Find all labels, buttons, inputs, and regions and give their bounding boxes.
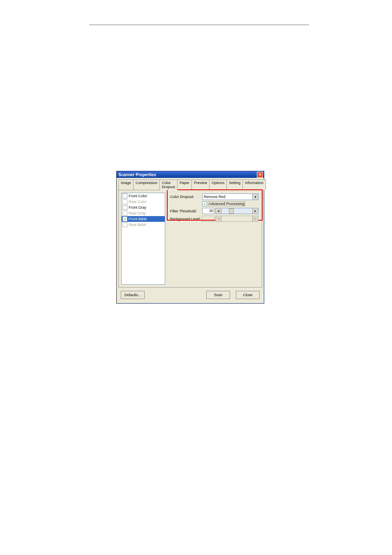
title-bar[interactable]: Scanner Properties ✕ bbox=[117, 171, 264, 178]
checkbox bbox=[122, 211, 127, 216]
window-title: Scanner Properties bbox=[118, 173, 156, 177]
checkbox[interactable] bbox=[122, 216, 127, 221]
color-dropout-label: Color Dropout: bbox=[170, 195, 202, 199]
close-button[interactable]: Close bbox=[236, 291, 260, 299]
background-level-slider: ◄ ► bbox=[215, 216, 258, 222]
select-value: Remove Red bbox=[204, 195, 226, 199]
filter-threshold-value: 20 bbox=[202, 208, 214, 214]
background-level-value bbox=[202, 216, 214, 222]
tab-options[interactable]: Options bbox=[209, 180, 227, 190]
image-selection-list: Front Color Rear Color Front Gray Rear G… bbox=[121, 193, 165, 285]
close-icon[interactable]: ✕ bbox=[257, 172, 263, 178]
checkbox bbox=[122, 222, 127, 227]
tab-color-dropout[interactable]: Color Dropout bbox=[159, 180, 178, 190]
checkbox bbox=[122, 199, 127, 204]
arrow-right-icon[interactable]: ► bbox=[252, 208, 258, 214]
scanner-properties-dialog: Scanner Properties ✕ Image Compression C… bbox=[116, 171, 264, 304]
filter-threshold-label: Filter Threshold: bbox=[170, 209, 202, 213]
checkbox[interactable] bbox=[122, 205, 127, 210]
color-dropout-select[interactable]: Remove Red ▼ bbox=[202, 193, 258, 200]
checkbox[interactable] bbox=[122, 193, 127, 198]
defaults-button[interactable]: Defaults... bbox=[121, 291, 145, 299]
tab-strip: Image Compression Color Dropout Paper Pr… bbox=[117, 178, 264, 190]
arrow-left-icon: ◄ bbox=[216, 216, 221, 221]
background-level-label: Background Level: bbox=[170, 217, 202, 221]
list-item[interactable]: Front Color bbox=[122, 193, 165, 199]
filter-threshold-slider[interactable]: ◄ ► bbox=[215, 208, 258, 214]
list-item[interactable]: Front B&W bbox=[122, 216, 165, 222]
header-underline bbox=[89, 25, 309, 25]
list-item[interactable]: Front Gray bbox=[122, 205, 165, 210]
tab-setting[interactable]: Setting bbox=[226, 180, 243, 190]
list-item: Rear Color bbox=[122, 199, 165, 205]
tab-body: Front Color Rear Color Front Gray Rear G… bbox=[118, 190, 262, 288]
advanced-processing-checkbox[interactable] bbox=[202, 201, 207, 206]
tab-information[interactable]: Information bbox=[242, 180, 266, 190]
arrow-left-icon[interactable]: ◄ bbox=[216, 208, 221, 214]
arrow-right-icon: ► bbox=[252, 216, 258, 221]
tab-compression[interactable]: Compression bbox=[133, 180, 160, 190]
advanced-processing-label: Advanced Processing bbox=[209, 202, 244, 206]
scan-button[interactable]: Scan bbox=[206, 291, 230, 299]
dialog-buttons: Defaults... Scan Close bbox=[117, 288, 264, 303]
tab-preview[interactable]: Preview bbox=[191, 180, 210, 190]
list-item: Rear Gray bbox=[122, 210, 165, 216]
slider-thumb[interactable] bbox=[229, 208, 234, 214]
chevron-down-icon[interactable]: ▼ bbox=[252, 194, 258, 200]
tab-image[interactable]: Image bbox=[118, 180, 134, 190]
tab-paper[interactable]: Paper bbox=[177, 180, 192, 190]
dropout-options-panel: Color Dropout: Remove Red ▼ Advanced Pro… bbox=[165, 190, 262, 287]
list-item: Rear B&W bbox=[122, 222, 165, 228]
